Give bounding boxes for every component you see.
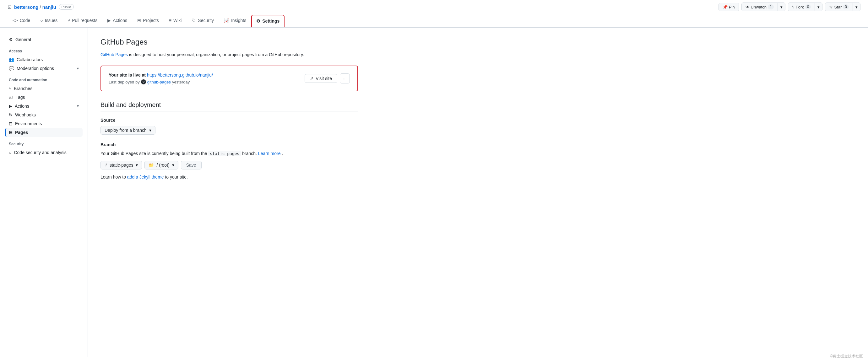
nav-tabs: <> Code ○ Issues ⑂ Pull requests ▶ Actio… [0,14,868,28]
build-deployment-title: Build and deployment [100,101,358,111]
deployer-link[interactable]: github-pages [147,80,171,85]
actions-chevron-icon: ▾ [77,104,79,108]
moderation-icon: 💬 [9,66,14,71]
jekyll-description: Learn how to add a Jekyll theme to your … [100,174,358,179]
github-pages-link[interactable]: GitHub Pages [100,52,128,57]
folder-dropdown[interactable]: 📁 / (root) ▾ [145,161,178,169]
sidebar-item-general[interactable]: ⚙ General [5,35,83,44]
fork-chevron-button[interactable]: ▾ [815,3,822,11]
watermark: ©稀土掘金技术社区 [830,354,863,357]
branches-icon: ⑂ [9,86,11,91]
live-site-box: Your site is live at https://bettersong.… [100,66,358,91]
eye-icon: 👁 [746,5,750,9]
star-icon: ☆ [829,5,833,9]
branch-description: Your GitHub Pages site is currently bein… [100,150,358,157]
live-site-meta: Last deployed by ⚙ github-pages yesterda… [108,79,213,85]
tab-settings[interactable]: ⚙ Settings [251,15,284,27]
repo-title: bettersong / nanjiu [14,4,56,10]
main-content: GitHub Pages GitHub Pages is designed to… [88,28,371,357]
tab-insights[interactable]: 📈 Insights [219,14,251,27]
deployer-avatar: ⚙ [141,79,146,85]
topbar: ⊡ bettersong / nanjiu Public 📌 Pin 👁 Unw… [0,0,868,14]
code-icon: <> [12,18,18,23]
page-description: GitHub Pages is designed to host your pe… [100,52,358,58]
tags-icon: 🏷 [9,95,13,100]
tab-actions[interactable]: ▶ Actions [102,14,132,27]
ellipsis-icon: ··· [343,76,346,81]
sidebar-item-webhooks[interactable]: ↻ Webhooks [5,110,83,119]
collaborators-icon: 👥 [9,57,14,62]
sidebar-section-code-automation: Code and automation [5,73,83,84]
topbar-actions: 📌 Pin 👁 Unwatch 1 ▾ ⑂ Fork 0 ▾ ☆ Star [718,2,861,11]
sidebar-item-actions[interactable]: ▶ Actions ▾ [5,102,83,110]
visit-site-button[interactable]: ↗ Visit site [305,74,337,83]
branch-actions: ⑂ static-pages ▾ 📁 / (root) ▾ Save [100,161,358,169]
code-security-icon: ○ [9,150,11,155]
live-site-actions: ↗ Visit site ··· [305,73,350,84]
pages-icon: ⊟ [9,130,12,135]
tab-projects[interactable]: ⊞ Projects [132,14,164,27]
fork-icon: ⑂ [792,5,795,9]
branch-chevron-icon: ▾ [136,163,138,168]
sidebar-section-security: Security [5,137,83,148]
sidebar-section-access: Access [5,44,83,55]
source-field: Source Deploy from a branch ▾ [100,118,358,135]
pr-icon: ⑂ [67,18,70,23]
branch-dropdown[interactable]: ⑂ static-pages ▾ [100,161,142,169]
visibility-badge: Public [59,4,74,10]
tab-code[interactable]: <> Code [7,14,35,27]
issues-icon: ○ [40,18,43,23]
moderation-chevron-icon: ▾ [77,66,79,71]
more-options-button[interactable]: ··· [340,73,350,84]
actions-sidebar-icon: ▶ [9,104,12,108]
pin-button[interactable]: 📌 Pin [719,3,739,11]
star-button[interactable]: ☆ Star 0 [825,3,852,11]
folder-chevron-icon: ▾ [172,163,174,168]
tab-issues[interactable]: ○ Issues [35,14,62,27]
actions-icon: ▶ [107,18,111,23]
tab-wiki[interactable]: ≡ Wiki [164,14,187,27]
projects-icon: ⊞ [137,18,141,23]
unwatch-chevron-button[interactable]: ▾ [778,3,785,11]
live-site-info: Your site is live at https://bettersong.… [108,72,213,85]
source-dropdown[interactable]: Deploy from a branch ▾ [100,126,155,135]
sidebar-item-branches[interactable]: ⑂ Branches [5,84,83,93]
source-chevron-icon: ▾ [149,128,151,133]
repo-icon: ⊡ [7,4,11,10]
unwatch-button[interactable]: 👁 Unwatch 1 [742,3,778,11]
star-chevron-button[interactable]: ▾ [852,3,860,11]
fork-button[interactable]: ⑂ Fork 0 [788,3,815,11]
gear-icon: ⚙ [9,37,13,42]
page-title: GitHub Pages [100,38,358,46]
sidebar-item-moderation[interactable]: 💬 Moderation options ▾ [5,64,83,73]
branch-code: static-pages [208,151,241,156]
webhooks-icon: ↻ [9,112,12,118]
sidebar-item-tags[interactable]: 🏷 Tags [5,93,83,102]
sidebar-item-collaborators[interactable]: 👥 Collaborators [5,55,83,64]
branch-label: Branch [100,142,358,147]
org-name[interactable]: bettersong [14,4,39,10]
save-button[interactable]: Save [181,161,202,169]
source-label: Source [100,118,358,123]
branch-icon: ⑂ [104,163,107,168]
pin-icon: 📌 [722,5,727,9]
insights-icon: 📈 [224,18,229,23]
settings-icon: ⚙ [256,19,260,24]
wiki-icon: ≡ [169,18,172,23]
learn-more-link[interactable]: Learn more [258,151,281,156]
tab-security[interactable]: 🛡 Security [187,14,219,27]
sidebar: ⚙ General Access 👥 Collaborators 💬 Moder… [0,28,88,357]
environments-icon: ⊟ [9,121,12,126]
page-layout: ⚙ General Access 👥 Collaborators 💬 Moder… [0,28,868,357]
external-link-icon: ↗ [310,76,314,81]
jekyll-link[interactable]: add a Jekyll theme [127,174,164,179]
sidebar-item-environments[interactable]: ⊟ Environments [5,119,83,128]
live-site-url[interactable]: https://bettersong.github.io/nanjiu/ [147,72,213,77]
security-nav-icon: 🛡 [192,18,196,23]
sidebar-item-code-security[interactable]: ○ Code security and analysis [5,148,83,157]
branch-section: Branch Your GitHub Pages site is current… [100,142,358,179]
sidebar-item-pages[interactable]: ⊟ Pages [5,128,83,137]
live-site-text: Your site is live at https://bettersong.… [108,72,213,77]
repo-name[interactable]: nanjiu [42,4,56,10]
tab-pull-requests[interactable]: ⑂ Pull requests [62,14,102,27]
